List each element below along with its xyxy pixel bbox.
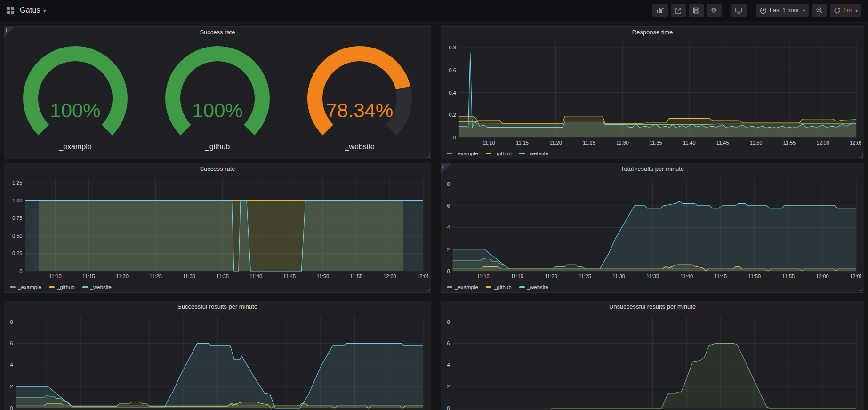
legend-item-_example[interactable]: _example	[447, 151, 478, 156]
panel-success-rate-gauges: i Success rate 100%_example100%_github78…	[4, 26, 431, 159]
panel-info-corner[interactable]: i	[441, 163, 451, 174]
response-time-chart[interactable]: 11:1011:1511:2011:2511:3011:3511:4011:45…	[444, 38, 861, 157]
svg-text:12:05: 12:05	[417, 273, 428, 279]
successful-results-chart[interactable]: 11:1011:1511:2011:2511:3011:3511:4011:45…	[7, 313, 428, 410]
svg-text:11:50: 11:50	[316, 273, 329, 279]
dashboard-settings-button[interactable]: ⚙	[707, 4, 722, 17]
share-icon	[675, 7, 682, 14]
legend-item-_github[interactable]: _github	[49, 284, 75, 290]
svg-text:11:15: 11:15	[516, 140, 529, 145]
svg-text:8: 8	[10, 319, 13, 325]
panel-title[interactable]: Success rate	[4, 163, 431, 175]
panel-title[interactable]: Total results per minute	[441, 163, 864, 175]
svg-text:2: 2	[447, 247, 450, 252]
chart-legend: _example_github_website	[444, 282, 861, 292]
svg-text:11:30: 11:30	[183, 273, 195, 279]
svg-text:11:35: 11:35	[646, 273, 659, 279]
series-area-_website	[25, 201, 423, 271]
gauge-name: _website	[345, 143, 374, 151]
apps-menu-icon[interactable]	[7, 7, 14, 14]
svg-text:12:00: 12:00	[383, 273, 396, 279]
svg-text:11:45: 11:45	[714, 273, 727, 279]
unsuccessful-results-chart[interactable]: 11:1011:1511:2011:2511:3011:3511:4011:45…	[444, 313, 861, 410]
svg-text:11:15: 11:15	[511, 273, 523, 279]
panel-title[interactable]: Successful results per minute	[4, 301, 431, 313]
gauge-svg: 100%	[5, 46, 146, 143]
svg-text:0: 0	[19, 268, 22, 274]
panel-unsuccessful-results: Unsuccessful results per minute 11:1011:…	[441, 301, 864, 410]
svg-text:11:35: 11:35	[650, 140, 662, 145]
svg-text:0.8: 0.8	[449, 45, 456, 50]
svg-text:12:05: 12:05	[850, 273, 861, 279]
gauge-set: 100%_example100%_github78.34%_website	[4, 38, 431, 159]
svg-text:0: 0	[453, 135, 456, 140]
panel-title[interactable]: Response time	[441, 27, 864, 38]
svg-text:11:45: 11:45	[716, 140, 729, 145]
legend-swatch	[49, 286, 55, 288]
panel-info-corner[interactable]: i	[4, 27, 15, 37]
legend-item-_website[interactable]: _website	[82, 284, 112, 290]
svg-text:0: 0	[447, 405, 450, 410]
save-dashboard-button[interactable]	[689, 4, 704, 17]
panel-title[interactable]: Success rate	[4, 27, 431, 38]
svg-text:0.50: 0.50	[12, 233, 22, 239]
svg-text:0: 0	[447, 268, 450, 274]
svg-text:11:30: 11:30	[612, 273, 625, 279]
total-results-chart[interactable]: 11:1011:1511:2011:2511:3011:3511:4011:45…	[444, 175, 861, 290]
legend-label: _website	[527, 151, 548, 156]
refresh-icon	[834, 7, 841, 14]
gauge-value: 100%	[192, 99, 242, 121]
share-dashboard-button[interactable]	[671, 4, 686, 17]
series-area-_website	[453, 201, 856, 271]
clock-icon	[760, 7, 767, 14]
gear-icon: ⚙	[711, 6, 717, 15]
gauge-_github: 100%_github	[147, 46, 288, 151]
series-area-_website	[16, 343, 423, 408]
svg-text:11:25: 11:25	[579, 273, 591, 279]
legend-label: _github	[57, 284, 75, 290]
legend-label: _example	[455, 151, 478, 156]
svg-text:0.2: 0.2	[449, 112, 456, 118]
chart-svg: 11:1011:1511:2011:2511:3011:3511:4011:45…	[444, 175, 861, 280]
zoom-out-button[interactable]	[812, 4, 827, 17]
monitor-icon	[735, 7, 743, 14]
legend-label: _website	[527, 284, 548, 290]
legend-item-_github[interactable]: _github	[486, 151, 512, 156]
legend-item-_github[interactable]: _github	[486, 284, 512, 290]
svg-text:11:50: 11:50	[748, 273, 761, 279]
svg-text:11:55: 11:55	[350, 273, 363, 279]
success-rate-chart[interactable]: 11:1011:1511:2011:2511:3011:3511:4011:45…	[7, 175, 428, 290]
svg-text:2: 2	[447, 384, 450, 389]
legend-label: _website	[90, 284, 112, 290]
svg-text:11:25: 11:25	[149, 273, 162, 279]
gauge-svg: 100%	[147, 46, 288, 143]
svg-text:11:20: 11:20	[116, 273, 129, 279]
svg-text:0.75: 0.75	[12, 215, 22, 221]
svg-text:11:55: 11:55	[783, 140, 796, 145]
save-icon	[692, 7, 700, 14]
chevron-down-icon: ▾	[855, 8, 858, 13]
time-range-picker-button[interactable]: Last 1 hour ▾	[756, 4, 809, 17]
legend-item-_example[interactable]: _example	[10, 284, 41, 290]
panel-successful-results: Successful results per minute 11:1011:15…	[4, 301, 431, 410]
legend-item-_website[interactable]: _website	[519, 284, 548, 290]
gauge-value: 78.34%	[326, 99, 393, 121]
svg-text:8: 8	[447, 319, 450, 325]
dashboard-title-dropdown[interactable]: Gatus ▾	[20, 6, 46, 15]
chart-legend: _example_github_website	[444, 148, 861, 159]
gauge-name: _example	[59, 143, 91, 151]
legend-label: _example	[18, 284, 41, 290]
cycle-view-mode-button[interactable]	[731, 4, 747, 17]
svg-text:11:15: 11:15	[82, 273, 95, 279]
legend-item-_website[interactable]: _website	[519, 151, 548, 156]
series-area-_website	[551, 343, 857, 408]
chart-legend: _example_github_website	[7, 282, 428, 292]
svg-text:11:40: 11:40	[683, 140, 696, 145]
svg-text:6: 6	[10, 340, 13, 346]
panel-title[interactable]: Unsuccessful results per minute	[441, 301, 864, 313]
legend-item-_example[interactable]: _example	[447, 284, 478, 290]
add-panel-button[interactable]	[652, 4, 668, 17]
svg-text:4: 4	[10, 362, 13, 368]
refresh-picker-button[interactable]: 1m ▾	[830, 4, 861, 17]
svg-text:11:45: 11:45	[283, 273, 296, 279]
